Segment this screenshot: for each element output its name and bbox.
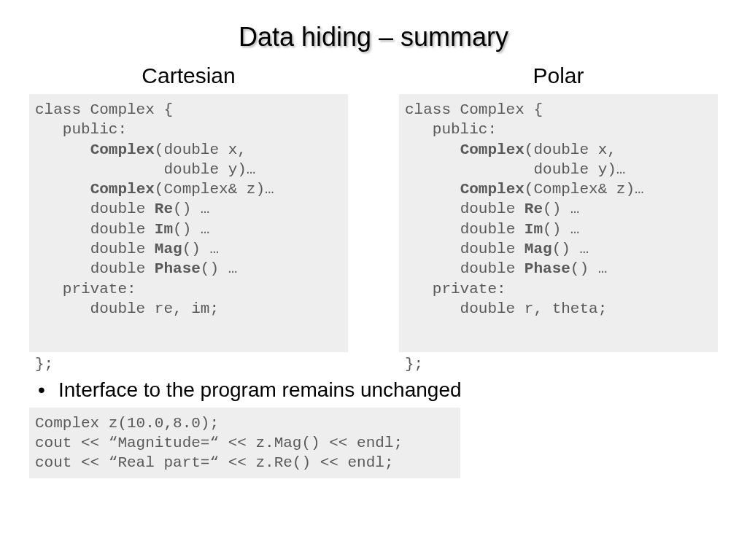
slide-title: Data hiding – summary: [29, 22, 718, 52]
left-code: class Complex { public: Complex(double x…: [29, 94, 348, 352]
usage-code: Complex z(10.0,8.0); cout << “Magnitude=…: [29, 408, 460, 479]
right-code: class Complex { public: Complex(double x…: [399, 94, 718, 352]
left-heading: Cartesian: [29, 63, 348, 88]
left-column: Cartesian class Complex { public: Comple…: [29, 63, 348, 373]
bullet-interface: Interface to the program remains unchang…: [58, 378, 718, 402]
right-close: };: [399, 352, 718, 373]
right-heading: Polar: [399, 63, 718, 88]
right-column: Polar class Complex { public: Complex(do…: [399, 63, 718, 373]
left-close: };: [29, 352, 348, 373]
